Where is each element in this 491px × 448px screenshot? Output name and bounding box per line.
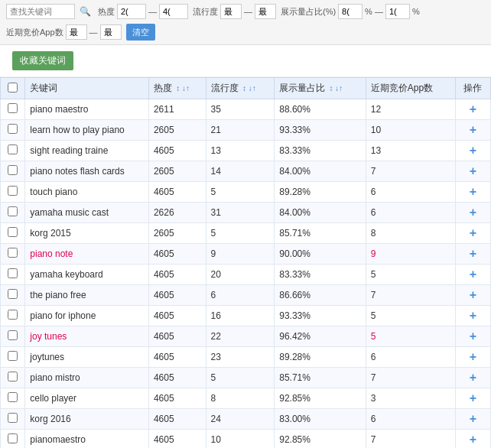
add-keyword-button[interactable]: + (470, 102, 476, 116)
keyword-cell: touch piano (25, 182, 149, 203)
row-checkbox-cell (1, 285, 25, 306)
hotness-cell: 4605 (148, 409, 206, 430)
add-keyword-button[interactable]: + (470, 206, 476, 219)
add-keyword-button[interactable]: + (470, 350, 476, 364)
hotness-sort-icon[interactable]: ↕ ↓↑ (176, 84, 190, 93)
popularity-cell: 5 (206, 182, 275, 203)
display-from-input[interactable] (338, 4, 363, 19)
hotness-cell: 2605 (148, 161, 206, 182)
add-keyword-button[interactable]: + (470, 268, 476, 281)
keywords-table: 关键词 热度 ↕ ↓↑ 流行度 ↕ ↓↑ 展示量占比 ↕ ↓↑ 近期竞价App数… (0, 77, 491, 448)
hotness-cell: 4605 (148, 285, 206, 306)
popularity-cell: 23 (206, 347, 275, 368)
display-pct-cell: 85.71% (275, 223, 366, 244)
row-checkbox[interactable] (8, 227, 18, 237)
display-pct-cell: 85.71% (275, 368, 366, 388)
popularity-cell: 24 (206, 409, 275, 430)
compete-apps-cell: 6 (366, 347, 455, 368)
search-input[interactable] (6, 4, 75, 19)
select-all-checkbox[interactable] (8, 83, 18, 93)
display-pct-cell: 92.85% (275, 388, 366, 409)
add-keyword-button[interactable]: + (470, 391, 476, 405)
table-row: piano maestro 2611 35 88.60% 12 + (1, 99, 491, 120)
action-cell: + (455, 182, 490, 203)
row-checkbox[interactable] (8, 392, 18, 402)
table-body: piano maestro 2611 35 88.60% 12 + learn … (1, 99, 491, 449)
row-checkbox[interactable] (8, 248, 18, 258)
hotness-cell: 2611 (148, 99, 206, 120)
row-checkbox[interactable] (8, 165, 18, 175)
filter-bar: 🔍 热度 — 流行度 — 展示量占比(%) % — % 近期竞价App数 — 清… (0, 0, 491, 45)
add-keyword-button[interactable]: + (470, 123, 476, 137)
add-keyword-button[interactable]: + (470, 412, 476, 426)
display-pct-label: 展示量占比(%) (281, 6, 336, 18)
row-checkbox[interactable] (8, 433, 18, 443)
add-keyword-button[interactable]: + (470, 144, 476, 157)
reset-button[interactable]: 清空 (126, 24, 155, 41)
keyword-cell: pianomaestro (25, 430, 149, 449)
row-checkbox-cell (1, 347, 25, 368)
row-checkbox[interactable] (8, 310, 18, 320)
popularity-cell: 22 (206, 326, 275, 347)
hotness-to-input[interactable] (159, 4, 188, 19)
table-row: pianomaestro 4605 10 92.85% 7 + (1, 430, 491, 449)
compete-apps-cell: 6 (366, 409, 455, 430)
popularity-group: 流行度 — (193, 4, 276, 19)
table-header-row: 关键词 热度 ↕ ↓↑ 流行度 ↕ ↓↑ 展示量占比 ↕ ↓↑ 近期竞价App数… (1, 78, 491, 99)
add-keyword-button[interactable]: + (470, 185, 476, 199)
compete-from-input[interactable] (66, 24, 87, 40)
compete-apps-cell: 5 (366, 306, 455, 326)
display-pct-sym: % (365, 7, 372, 16)
add-keyword-button[interactable]: + (470, 330, 476, 343)
popularity-cell: 6 (206, 285, 275, 306)
display-sort-icon[interactable]: ↕ ↓↑ (330, 84, 343, 93)
popularity-to-input[interactable] (255, 4, 276, 19)
table-row: korg 2016 4605 24 83.00% 6 + (1, 409, 491, 430)
display-to-input[interactable] (385, 4, 410, 19)
row-checkbox[interactable] (8, 330, 18, 340)
popularity-cell: 31 (206, 203, 275, 223)
row-checkbox[interactable] (8, 144, 18, 154)
row-checkbox[interactable] (8, 186, 18, 196)
hotness-dash: — (148, 7, 157, 16)
compete-apps-cell: 7 (366, 368, 455, 388)
row-checkbox-cell (1, 182, 25, 203)
action-cell: + (455, 347, 490, 368)
display-pct-cell: 86.66% (275, 285, 366, 306)
add-keyword-button[interactable]: + (470, 164, 476, 178)
add-keyword-button[interactable]: + (470, 288, 476, 302)
table-row: learn how to play piano 2605 21 93.33% 1… (1, 120, 491, 141)
row-checkbox[interactable] (8, 413, 18, 423)
row-checkbox-cell (1, 161, 25, 182)
popularity-sort-icon[interactable]: ↕ ↓↑ (242, 84, 256, 93)
row-checkbox-cell (1, 265, 25, 285)
table-row: touch piano 4605 5 89.28% 6 + (1, 182, 491, 203)
table-row: joytunes 4605 23 89.28% 6 + (1, 347, 491, 368)
add-keyword-button[interactable]: + (470, 433, 476, 446)
add-keyword-button[interactable]: + (470, 226, 476, 240)
row-checkbox[interactable] (8, 206, 18, 216)
compete-to-input[interactable] (100, 24, 122, 40)
row-checkbox[interactable] (8, 351, 18, 361)
collect-keywords-button[interactable]: 收藏关键词 (12, 51, 73, 70)
add-keyword-button[interactable]: + (470, 309, 476, 323)
row-checkbox[interactable] (8, 289, 18, 299)
display-pct-cell: 83.33% (275, 141, 366, 161)
table-row: piano notes flash cards 2605 14 84.00% 7… (1, 161, 491, 182)
add-keyword-button[interactable]: + (470, 247, 476, 261)
popularity-cell: 16 (206, 306, 275, 326)
hotness-from-input[interactable] (117, 4, 146, 19)
header-popularity: 流行度 ↕ ↓↑ (206, 78, 275, 99)
row-checkbox[interactable] (8, 124, 18, 134)
search-group: 🔍 (6, 4, 93, 19)
action-cell: + (455, 409, 490, 430)
row-checkbox[interactable] (8, 103, 18, 113)
add-keyword-button[interactable]: + (470, 371, 476, 385)
row-checkbox[interactable] (8, 372, 18, 381)
row-checkbox[interactable] (8, 268, 18, 278)
display-pct-cell: 84.00% (275, 203, 366, 223)
search-button[interactable]: 🔍 (77, 5, 93, 18)
compete-apps-cell: 5 (366, 265, 455, 285)
popularity-from-input[interactable] (220, 4, 242, 19)
action-cell: + (455, 203, 490, 223)
